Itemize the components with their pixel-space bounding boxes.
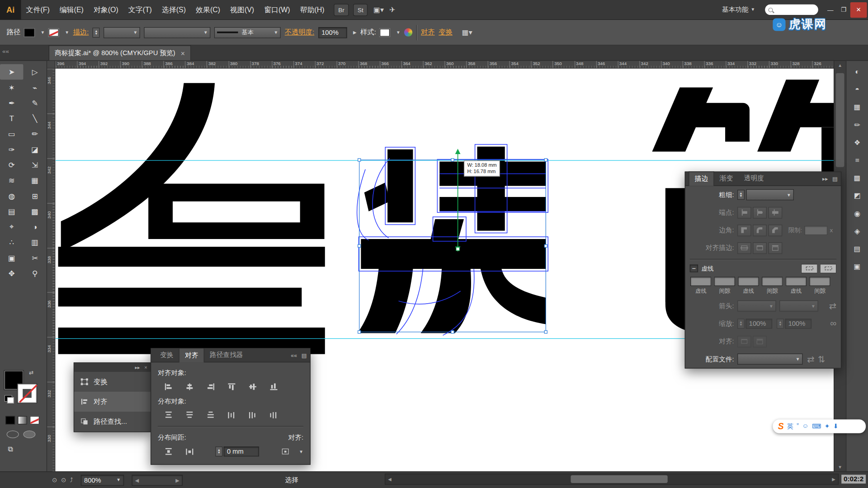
ime-icon-4[interactable]: ✦ bbox=[825, 422, 830, 430]
rectangle-tool[interactable]: ▭ bbox=[0, 126, 23, 141]
brushes-panel-icon[interactable]: ✏ bbox=[850, 117, 864, 132]
ime-icon-0[interactable]: 英 bbox=[787, 422, 793, 430]
expand-chevrons-icon[interactable]: ▸▸ bbox=[135, 365, 140, 370]
horizontal-scrollbar[interactable]: ◀ ▶ bbox=[385, 474, 839, 484]
eyedropper-tool[interactable]: ⌖ bbox=[0, 219, 23, 235]
menu-item-0[interactable]: 文件(F) bbox=[21, 3, 55, 17]
arrow-end-combo[interactable]: ▼ bbox=[779, 300, 818, 311]
scroll-left-icon[interactable]: ◀ bbox=[385, 477, 394, 482]
distribute-vertical-center-button[interactable] bbox=[179, 408, 200, 422]
collapse-chevrons-icon[interactable]: «« bbox=[2, 47, 9, 54]
profile-combo[interactable]: ▼ bbox=[737, 353, 802, 364]
weight-combo[interactable]: ▼ bbox=[746, 189, 794, 200]
close-icon[interactable]: × bbox=[144, 365, 147, 370]
align-horizontal-center-button[interactable] bbox=[179, 380, 200, 394]
free-transform-tool[interactable]: ▦ bbox=[23, 173, 46, 188]
opacity-link[interactable]: 不透明度: bbox=[285, 28, 314, 37]
align-panel-tab-对齐[interactable]: 对齐 bbox=[179, 348, 204, 362]
search-input[interactable] bbox=[765, 5, 818, 15]
document-tab[interactable]: 商标提案.ai* @ 800% (CMYK/GPU 预览) × bbox=[49, 45, 191, 60]
swatches-panel-icon[interactable]: ▦ bbox=[850, 99, 864, 114]
transparency-panel-icon[interactable]: ◩ bbox=[850, 188, 864, 202]
menu-item-7[interactable]: 窗口(W) bbox=[259, 3, 295, 17]
menu-item-8[interactable]: 帮助(H) bbox=[295, 3, 330, 17]
cap-round-button[interactable] bbox=[753, 206, 767, 218]
align-panel-tab-变换[interactable]: 变换 bbox=[155, 348, 179, 362]
selection-tool[interactable]: ➤ bbox=[0, 64, 23, 80]
distribute-left-button[interactable] bbox=[221, 408, 242, 422]
drawing-modes-icon[interactable]: ⧉ bbox=[8, 445, 13, 454]
distribute-top-button[interactable] bbox=[158, 408, 179, 422]
opacity-field[interactable]: 100% bbox=[318, 27, 347, 38]
weight-stepper[interactable]: ▲▼ bbox=[737, 190, 745, 200]
scroll-down-icon[interactable]: ▼ bbox=[834, 463, 846, 472]
type-tool[interactable]: T bbox=[0, 111, 23, 126]
direct-selection-tool[interactable]: ▷ bbox=[23, 64, 46, 80]
reference-point-icon[interactable]: ▦▾ bbox=[462, 28, 472, 36]
appearance-panel-icon[interactable]: ◉ bbox=[850, 206, 864, 221]
symbols-panel-icon[interactable]: ❖ bbox=[850, 135, 864, 150]
color-panel-icon[interactable]: ◐ bbox=[850, 64, 864, 79]
default-fill-stroke-icon[interactable] bbox=[5, 395, 12, 402]
corner-round-button[interactable] bbox=[753, 225, 767, 236]
column-graph-tool[interactable]: ▥ bbox=[23, 235, 46, 250]
fill-swatch[interactable] bbox=[24, 28, 34, 36]
close-tab-icon[interactable]: × bbox=[181, 49, 185, 57]
distribute-right-button[interactable] bbox=[263, 408, 284, 422]
oval-button[interactable] bbox=[7, 431, 19, 438]
vertical-ruler[interactable]: 346344342340338336334332330 bbox=[47, 69, 55, 471]
arrow-start-combo[interactable]: ▼ bbox=[737, 300, 776, 311]
horizontal-distribute-space-button[interactable] bbox=[179, 444, 200, 459]
color-mode-button[interactable] bbox=[5, 416, 15, 424]
width-profile-combo[interactable]: ▼ bbox=[144, 27, 211, 38]
dash-value-field[interactable] bbox=[714, 277, 736, 286]
dash-value-field[interactable] bbox=[690, 277, 712, 286]
limit-field[interactable] bbox=[804, 225, 827, 235]
style-swatch[interactable] bbox=[380, 28, 390, 36]
flip-across-icon[interactable]: ⇅ bbox=[818, 354, 825, 364]
align-stroke-center-button[interactable] bbox=[737, 242, 751, 254]
share-icon[interactable]: ⤴ bbox=[70, 476, 73, 483]
corner-bevel-button[interactable] bbox=[769, 225, 783, 236]
gradient-tool[interactable]: ▩ bbox=[23, 204, 46, 219]
eraser-tool[interactable]: ◪ bbox=[23, 141, 46, 157]
distribute-bottom-button[interactable] bbox=[200, 408, 221, 422]
stroke-panel-tab-渐变[interactable]: 渐变 bbox=[714, 172, 739, 186]
panel-menu-icon[interactable]: ▤ bbox=[832, 176, 838, 182]
width-tool[interactable]: ≋ bbox=[0, 173, 23, 188]
gradient-panel-icon[interactable]: ▩ bbox=[850, 170, 864, 185]
ime-icon-2[interactable]: ☺ bbox=[802, 422, 808, 430]
pen-tool[interactable]: ✒ bbox=[0, 95, 23, 111]
transform-link[interactable]: 变换 bbox=[439, 28, 453, 37]
ime-icon-3[interactable]: ⌨ bbox=[812, 422, 821, 430]
artboard-tool[interactable]: ▣ bbox=[0, 250, 23, 265]
dash-aligned-button[interactable] bbox=[820, 263, 836, 273]
perspective-grid-tool[interactable]: ⊞ bbox=[23, 188, 46, 203]
color-guide-panel-icon[interactable]: ◓ bbox=[850, 82, 864, 96]
align-stroke-inside-button[interactable] bbox=[753, 242, 767, 254]
scale-end-stepper[interactable]: ▲▼ bbox=[777, 319, 784, 328]
distribute-horizontal-center-button[interactable] bbox=[242, 408, 263, 422]
align-to-artboard-button[interactable] bbox=[274, 444, 296, 459]
magic-wand-tool[interactable]: ✶ bbox=[0, 80, 23, 95]
flip-along-icon[interactable]: ⇄ bbox=[807, 354, 814, 364]
hand-tool[interactable]: ✥ bbox=[0, 266, 23, 281]
align-right-button[interactable] bbox=[200, 380, 221, 394]
cap-projecting-button[interactable] bbox=[769, 206, 783, 218]
dashed-line-checkbox[interactable]: − bbox=[690, 264, 698, 272]
scale-tool[interactable]: ⇲ bbox=[23, 157, 46, 173]
rotate-tool[interactable]: ⟳ bbox=[0, 157, 23, 173]
lasso-tool[interactable]: ⌁ bbox=[23, 80, 46, 95]
dash-value-field[interactable] bbox=[762, 277, 783, 286]
arrange-documents-icon[interactable]: ▣▾ bbox=[373, 5, 384, 14]
spacing-value-field[interactable]: 0 mm bbox=[224, 446, 259, 456]
menu-item-6[interactable]: 视图(V) bbox=[225, 3, 259, 17]
stock-button[interactable]: St bbox=[353, 4, 368, 16]
anchor-point-tool[interactable]: ✎ bbox=[23, 95, 46, 111]
panel-menu-item-transform[interactable]: 变换 bbox=[74, 372, 151, 392]
layers-panel-icon[interactable]: ▤ bbox=[850, 241, 864, 256]
corner-miter-button[interactable] bbox=[737, 225, 751, 236]
graphic-styles-panel-icon[interactable]: ◈ bbox=[850, 224, 864, 238]
align-top-button[interactable] bbox=[221, 380, 242, 394]
panel-menu-item-pathfinder[interactable]: 路径查找... bbox=[74, 412, 151, 432]
